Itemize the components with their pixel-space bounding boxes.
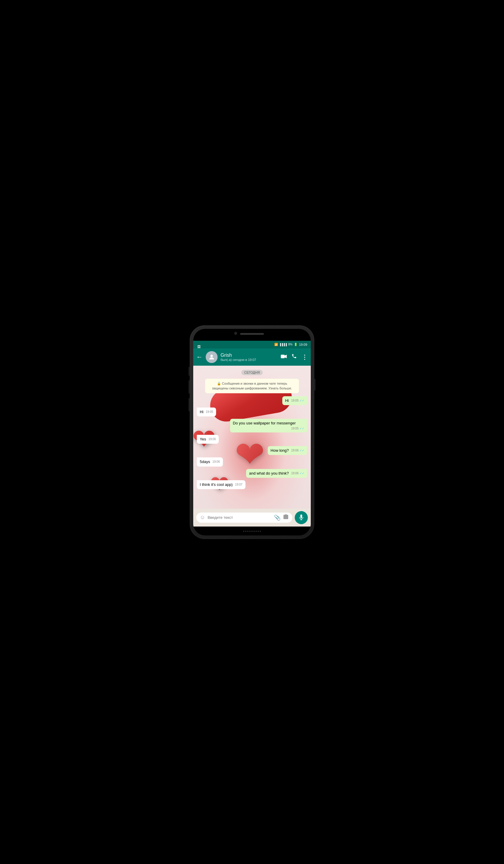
system-status-icons: 📶 ▐▐▐▐ 8% 🔋 19:09 <box>274 343 308 346</box>
read-receipt: ✓✓ <box>300 427 304 431</box>
attach-icon[interactable]: 📎 <box>274 514 280 521</box>
message-text: 5days <box>200 459 210 464</box>
svg-rect-7 <box>300 514 302 518</box>
message-text: Yes <box>200 437 206 441</box>
message-text: Hi <box>285 398 289 403</box>
message-row: Hi 19:05 <box>197 408 307 417</box>
volume-down-button <box>189 380 190 394</box>
read-receipt: ✓✓ <box>300 448 304 453</box>
wifi-icon: 📶 <box>274 343 278 346</box>
message-meta: 19:06 ✓✓ <box>291 448 304 453</box>
sent-bubble: How long? 19:06 ✓✓ <box>268 446 307 455</box>
clock: 19:09 <box>299 343 307 346</box>
svg-marker-2 <box>285 355 287 358</box>
received-bubble: 5days 19:06 <box>197 457 223 466</box>
voice-message-button[interactable] <box>295 511 308 524</box>
video-call-icon[interactable] <box>281 354 287 360</box>
chat-area[interactable]: ❤ ❤ ❤ СЕГОДНЯ 🔒 Сообщения и звонки в дан… <box>193 366 311 509</box>
battery-icon: 🔋 <box>294 343 297 346</box>
back-button[interactable]: ← <box>196 353 203 361</box>
contact-status: был(-а) сегодня в 19:07 <box>220 358 278 361</box>
status-bar: 🖼 📶 ▐▐▐▐ 8% 🔋 19:09 <box>193 341 311 348</box>
message-text: and what do you think? <box>249 471 289 476</box>
battery-percent: 8% <box>288 343 292 346</box>
received-bubble: I think it's cool app) 19:07 <box>197 480 245 489</box>
message-meta: 19:05 ✓✓ <box>291 427 304 431</box>
notification-icon: 🖼 <box>197 345 201 348</box>
message-meta: 19:06 <box>213 460 220 464</box>
message-row: Yes 19:06 <box>197 435 307 444</box>
message-row: and what do you think? 19:06 ✓✓ <box>197 469 307 478</box>
message-time: 19:05 <box>291 399 299 403</box>
message-text: How long? <box>271 448 289 453</box>
message-time: 19:07 <box>235 483 242 487</box>
message-text: Do you use wallpaper for messenger <box>233 421 296 425</box>
message-meta: 19:06 ✓✓ <box>291 471 304 476</box>
message-meta: 19:05 <box>206 410 213 414</box>
message-meta: 19:06 <box>208 437 216 441</box>
sent-bubble: Do you use wallpaper for messenger 19:05… <box>230 419 307 432</box>
read-receipt: ✓✓ <box>300 471 304 476</box>
encryption-notice: 🔒 Сообщения и звонки в данном чате тепер… <box>205 379 299 393</box>
camera-icon[interactable] <box>283 514 289 520</box>
received-bubble: Yes 19:06 <box>197 435 219 444</box>
signal-icon: ▐▐▐▐ <box>279 343 287 346</box>
svg-rect-1 <box>281 355 285 358</box>
power-button <box>314 379 315 391</box>
message-meta: 19:05 ✓✓ <box>291 399 304 403</box>
more-menu-icon[interactable]: ⋮ <box>302 353 308 361</box>
header-actions: ⋮ <box>281 353 308 361</box>
message-time: 19:06 <box>213 460 220 464</box>
sent-bubble: and what do you think? 19:06 ✓✓ <box>246 469 307 478</box>
message-input[interactable] <box>207 515 272 520</box>
message-text: Hi <box>200 410 203 414</box>
camera-button <box>189 398 190 411</box>
app-screen: 🖼 📶 ▐▐▐▐ 8% 🔋 19:09 ← <box>193 341 311 527</box>
phone-device: 🖼 📶 ▐▐▐▐ 8% 🔋 19:09 ← <box>190 325 314 539</box>
message-time: 19:05 <box>291 427 299 431</box>
date-separator: СЕГОДНЯ <box>241 370 263 375</box>
message-time: 19:05 <box>206 410 213 414</box>
message-time: 19:06 <box>291 471 299 476</box>
message-input-container[interactable]: ☺ 📎 <box>196 513 292 523</box>
sent-bubble: Hi 19:05 ✓✓ <box>282 396 307 405</box>
message-row: I think it's cool app) 19:07 <box>197 480 307 489</box>
message-time: 19:06 <box>291 448 299 453</box>
contact-info[interactable]: Grish был(-а) сегодня в 19:07 <box>220 352 278 361</box>
message-row: Hi 19:05 ✓✓ <box>197 396 307 405</box>
received-bubble: Hi 19:05 <box>197 408 216 417</box>
phone-screen: 🖼 📶 ▐▐▐▐ 8% 🔋 19:09 ← <box>193 329 311 536</box>
message-time: 19:06 <box>208 437 216 441</box>
volume-up-button <box>189 367 190 376</box>
svg-point-0 <box>211 355 213 357</box>
chat-header: ← Grish был(-а) сегодня в 19:07 <box>193 348 311 366</box>
message-row: 5days 19:06 <box>197 457 307 466</box>
message-row: Do you use wallpaper for messenger 19:05… <box>197 419 307 432</box>
input-area: ☺ 📎 <box>193 509 311 527</box>
read-receipt: ✓✓ <box>300 399 304 403</box>
phone-icon[interactable] <box>291 353 297 360</box>
message-meta: 19:07 <box>235 483 242 487</box>
message-row: How long? 19:06 ✓✓ <box>197 446 307 455</box>
avatar[interactable] <box>206 351 218 363</box>
emoji-icon[interactable]: ☺ <box>200 514 205 520</box>
bottom-speaker <box>243 531 261 532</box>
contact-name: Grish <box>220 352 278 358</box>
message-text: I think it's cool app) <box>200 482 233 487</box>
